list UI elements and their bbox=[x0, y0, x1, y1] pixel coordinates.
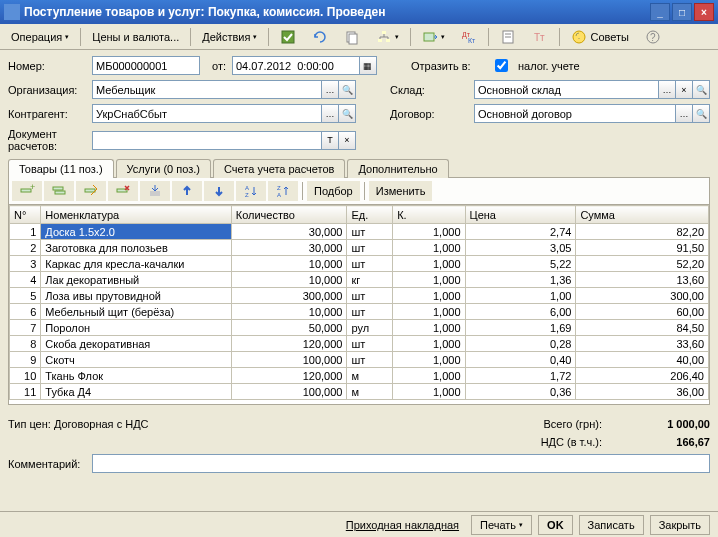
maximize-button[interactable]: □ bbox=[672, 3, 692, 21]
table-row[interactable]: 2Заготовка для полозьев30,000шт1,0003,05… bbox=[10, 240, 709, 256]
refresh-icon[interactable] bbox=[305, 27, 335, 47]
table-row[interactable]: 6Мебельный щит (берёза)10,000шт1,0006,00… bbox=[10, 304, 709, 320]
help-icon[interactable]: ? bbox=[638, 27, 668, 47]
date-picker-icon[interactable]: ▦ bbox=[360, 56, 377, 75]
contract-search-icon[interactable]: 🔍 bbox=[693, 104, 710, 123]
cell-nom[interactable]: Лак декоративный bbox=[41, 272, 231, 288]
sort-asc-icon[interactable]: AZ bbox=[236, 181, 266, 201]
delete-row-icon[interactable] bbox=[108, 181, 138, 201]
tax-checkbox[interactable] bbox=[495, 59, 508, 72]
cell-sum[interactable]: 36,00 bbox=[576, 384, 709, 400]
cell-nom[interactable]: Мебельный щит (берёза) bbox=[41, 304, 231, 320]
org-search-icon[interactable]: 🔍 bbox=[339, 80, 356, 99]
tt-icon[interactable]: Тт bbox=[525, 27, 555, 47]
comment-input[interactable] bbox=[92, 454, 710, 473]
change-button[interactable]: Изменить bbox=[369, 181, 433, 201]
cell-qty[interactable]: 100,000 bbox=[231, 384, 347, 400]
cell-sum[interactable]: 52,20 bbox=[576, 256, 709, 272]
col-nom[interactable]: Номенклатура bbox=[41, 206, 231, 224]
col-price[interactable]: Цена bbox=[465, 206, 576, 224]
org-input[interactable] bbox=[92, 80, 322, 99]
cell-unit[interactable]: м bbox=[347, 384, 393, 400]
cell-qty[interactable]: 10,000 bbox=[231, 304, 347, 320]
cell-unit[interactable]: шт bbox=[347, 224, 393, 240]
select-button[interactable]: Подбор bbox=[307, 181, 360, 201]
cell-unit[interactable]: шт bbox=[347, 336, 393, 352]
cell-qty[interactable]: 10,000 bbox=[231, 256, 347, 272]
report-icon[interactable] bbox=[493, 27, 523, 47]
table-row[interactable]: 4Лак декоративный10,000кг1,0001,3613,60 bbox=[10, 272, 709, 288]
counterparty-select-icon[interactable]: … bbox=[322, 104, 339, 123]
close-button[interactable]: × bbox=[694, 3, 714, 21]
cell-n[interactable]: 1 bbox=[10, 224, 41, 240]
cell-sum[interactable]: 206,40 bbox=[576, 368, 709, 384]
cell-qty[interactable]: 300,000 bbox=[231, 288, 347, 304]
cell-unit[interactable]: шт bbox=[347, 288, 393, 304]
col-qty[interactable]: Количество bbox=[231, 206, 347, 224]
cell-n[interactable]: 2 bbox=[10, 240, 41, 256]
cell-price[interactable]: 0,36 bbox=[465, 384, 576, 400]
cell-sum[interactable]: 300,00 bbox=[576, 288, 709, 304]
col-k[interactable]: К. bbox=[393, 206, 465, 224]
table-row[interactable]: 7Поролон50,000рул1,0001,6984,50 bbox=[10, 320, 709, 336]
cell-qty[interactable]: 120,000 bbox=[231, 336, 347, 352]
table-row[interactable]: 3Каркас для кресла-качалки10,000шт1,0005… bbox=[10, 256, 709, 272]
tab-services[interactable]: Услуги (0 поз.) bbox=[116, 159, 211, 178]
cell-n[interactable]: 7 bbox=[10, 320, 41, 336]
cell-nom[interactable]: Доска 1.5x2.0 bbox=[41, 224, 231, 240]
load-icon[interactable] bbox=[140, 181, 170, 201]
cell-unit[interactable]: шт bbox=[347, 304, 393, 320]
contract-select-icon[interactable]: … bbox=[676, 104, 693, 123]
table-row[interactable]: 1Доска 1.5x2.030,000шт1,0002,7482,20 bbox=[10, 224, 709, 240]
warehouse-select-icon[interactable]: … bbox=[659, 80, 676, 99]
cell-nom[interactable]: Каркас для кресла-качалки bbox=[41, 256, 231, 272]
cell-price[interactable]: 2,74 bbox=[465, 224, 576, 240]
close-footer-button[interactable]: Закрыть bbox=[650, 515, 710, 535]
cell-sum[interactable]: 82,20 bbox=[576, 224, 709, 240]
cell-qty[interactable]: 30,000 bbox=[231, 224, 347, 240]
doc-clear-icon[interactable]: × bbox=[339, 131, 356, 150]
cell-unit[interactable]: м bbox=[347, 368, 393, 384]
moveup-icon[interactable] bbox=[172, 181, 202, 201]
org-select-icon[interactable]: … bbox=[322, 80, 339, 99]
col-n[interactable]: N° bbox=[10, 206, 41, 224]
doc-t-icon[interactable]: T bbox=[322, 131, 339, 150]
date-input[interactable] bbox=[232, 56, 360, 75]
table-row[interactable]: 9Скотч100,000шт1,0000,4040,00 bbox=[10, 352, 709, 368]
cell-k[interactable]: 1,000 bbox=[393, 368, 465, 384]
tab-accounts[interactable]: Счета учета расчетов bbox=[213, 159, 345, 178]
copy-icon[interactable] bbox=[337, 27, 367, 47]
prices-button[interactable]: Цены и валюта... bbox=[85, 27, 186, 47]
cell-price[interactable]: 1,00 bbox=[465, 288, 576, 304]
basedon-icon[interactable]: ▾ bbox=[415, 27, 452, 47]
cell-k[interactable]: 1,000 bbox=[393, 288, 465, 304]
cell-unit[interactable]: шт bbox=[347, 240, 393, 256]
cell-nom[interactable]: Скоба декоративная bbox=[41, 336, 231, 352]
cell-n[interactable]: 6 bbox=[10, 304, 41, 320]
sort-desc-icon[interactable]: ZA bbox=[268, 181, 298, 201]
counterparty-search-icon[interactable]: 🔍 bbox=[339, 104, 356, 123]
table-row[interactable]: 5Лоза ивы прутовидной300,000шт1,0001,003… bbox=[10, 288, 709, 304]
cell-n[interactable]: 10 bbox=[10, 368, 41, 384]
counterparty-input[interactable] bbox=[92, 104, 322, 123]
cell-price[interactable]: 6,00 bbox=[465, 304, 576, 320]
ok-button[interactable]: OK bbox=[538, 515, 573, 535]
cell-price[interactable]: 0,40 bbox=[465, 352, 576, 368]
col-unit[interactable]: Ед. bbox=[347, 206, 393, 224]
add-row-icon[interactable]: + bbox=[12, 181, 42, 201]
cell-sum[interactable]: 33,60 bbox=[576, 336, 709, 352]
cell-nom[interactable]: Тубка Д4 bbox=[41, 384, 231, 400]
minimize-button[interactable]: _ bbox=[650, 3, 670, 21]
cell-qty[interactable]: 50,000 bbox=[231, 320, 347, 336]
cell-n[interactable]: 8 bbox=[10, 336, 41, 352]
cell-price[interactable]: 1,36 bbox=[465, 272, 576, 288]
print-button[interactable]: Печать▾ bbox=[471, 515, 532, 535]
cell-k[interactable]: 1,000 bbox=[393, 224, 465, 240]
cell-qty[interactable]: 10,000 bbox=[231, 272, 347, 288]
cell-k[interactable]: 1,000 bbox=[393, 304, 465, 320]
cell-price[interactable]: 1,72 bbox=[465, 368, 576, 384]
warehouse-clear-icon[interactable]: × bbox=[676, 80, 693, 99]
number-input[interactable] bbox=[92, 56, 200, 75]
cell-k[interactable]: 1,000 bbox=[393, 320, 465, 336]
cell-k[interactable]: 1,000 bbox=[393, 352, 465, 368]
